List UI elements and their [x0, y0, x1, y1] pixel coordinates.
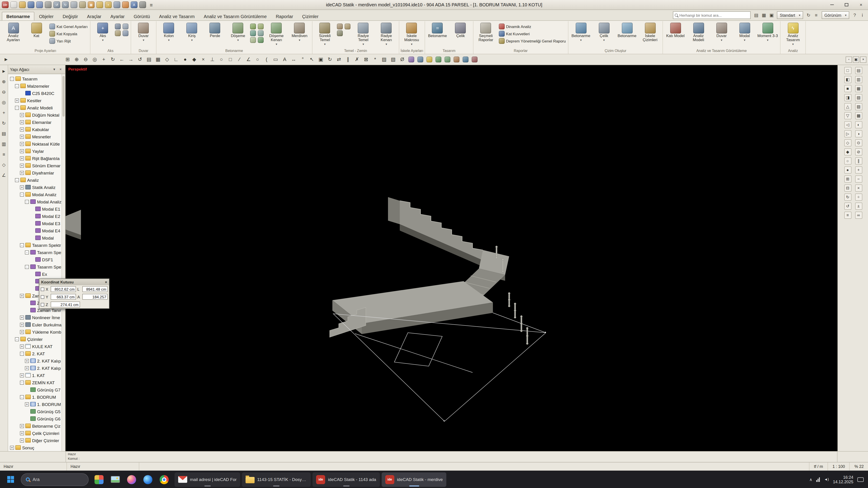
- tab-betonarme[interactable]: Betonarme: [2, 12, 35, 20]
- perpendicular-snap-button[interactable]: ⊥: [208, 55, 217, 64]
- tree-item-kesitler[interactable]: +Kesitler: [8, 97, 65, 104]
- tree-expander-icon[interactable]: +: [20, 127, 24, 131]
- tree-item-tasarım-spel[interactable]: -Tasarım Spel: [8, 249, 65, 256]
- toolbar-settings-icon[interactable]: ≡: [813, 13, 819, 18]
- render-mode-button[interactable]: [407, 55, 415, 64]
- katı-model-button[interactable]: Katı Model: [664, 22, 686, 39]
- close-icon[interactable]: ×: [105, 280, 107, 284]
- tree-item-analiz-modeli[interactable]: -Analiz Modeli: [8, 104, 65, 111]
- axis-draw-icon[interactable]: [115, 24, 121, 29]
- print-button[interactable]: [44, 1, 52, 9]
- tree-item-tasarım[interactable]: -Tasarım: [8, 75, 65, 82]
- döşeme-kenarı-button[interactable]: Döşeme Kenarı▾: [266, 22, 288, 47]
- walkthrough-button[interactable]: [443, 55, 452, 64]
- tab-çizimler[interactable]: Çizimler: [298, 12, 323, 20]
- volume-icon[interactable]: ◄): [824, 477, 829, 482]
- tree-expander-icon[interactable]: -: [25, 265, 29, 269]
- tree-item-elemanlar[interactable]: +Elemanlar: [8, 119, 65, 126]
- arc-button[interactable]: (: [262, 55, 271, 64]
- tree-item-nonlineer-i-tme[interactable]: +Nonlineer İtme: [8, 314, 65, 321]
- coordinate-system-button[interactable]: [470, 55, 479, 64]
- ortho-button[interactable]: ∟: [172, 55, 180, 64]
- offset-button[interactable]: ∥: [344, 55, 352, 64]
- target-point-button[interactable]: ⊙: [855, 139, 862, 147]
- betonarme-button[interactable]: Betonarme: [616, 22, 638, 39]
- tree-item-modal[interactable]: Modal: [8, 234, 65, 241]
- close-view-button[interactable]: ×: [855, 185, 862, 192]
- tree-expander-icon[interactable]: +: [20, 315, 24, 319]
- view-list-button[interactable]: ≡: [844, 212, 851, 219]
- picture-file-button[interactable]: [107, 472, 123, 487]
- pan-tool-button[interactable]: +: [1, 109, 7, 116]
- rotate-view-ccw-button[interactable]: ↺: [844, 202, 851, 210]
- tree-item-noktasal-kütle[interactable]: +Noktasal Kütle: [8, 140, 65, 148]
- tab-objeler[interactable]: Objeler: [35, 12, 58, 20]
- orbit-button[interactable]: ↻: [108, 55, 117, 64]
- rotate-button[interactable]: ↻: [326, 55, 334, 64]
- analiz-tasarım-button[interactable]: ϟAnaliz Tasarım▾: [782, 22, 804, 47]
- tree-expander-icon[interactable]: +: [20, 424, 24, 428]
- properties-panel-button[interactable]: ▥: [1, 140, 7, 147]
- radye-kenarı-button[interactable]: Radye Kenarı▾: [375, 22, 398, 47]
- tree-item-yükleme-komb[interactable]: +Yükleme Komb: [8, 328, 65, 335]
- tree-item-2-kat-kalıp[interactable]: +2. KAT Kalıp: [8, 357, 65, 364]
- tree-expander-icon[interactable]: +: [20, 149, 24, 153]
- zoom-window-button[interactable]: ⊞: [63, 55, 72, 64]
- add-view-button[interactable]: +: [855, 166, 862, 173]
- window-explorer-1143-statik[interactable]: 1143-15 STATİK - Dosya G: [242, 472, 311, 487]
- slab-divide-icon[interactable]: [258, 30, 264, 36]
- tree-expander-icon[interactable]: +: [20, 120, 24, 124]
- merdiven-button[interactable]: Merdiven▾: [288, 22, 311, 43]
- explode-button[interactable]: *: [371, 55, 379, 64]
- section-plane-button[interactable]: [452, 55, 461, 64]
- mdi-restore-button[interactable]: ▣: [853, 56, 859, 63]
- axis-settings-button[interactable]: +: [104, 1, 112, 9]
- layers-button[interactable]: ▤: [145, 55, 153, 64]
- tree-item-diyaframlar[interactable]: +Diyaframlar: [8, 169, 65, 176]
- texture-display-button[interactable]: ▨: [855, 103, 862, 110]
- notification-icon[interactable]: [857, 477, 864, 482]
- redraw-button[interactable]: ↺: [136, 55, 144, 64]
- tree-item-betonarme-çiz[interactable]: +Betonarme Çiz: [8, 422, 65, 429]
- tree-item-modal-e1[interactable]: Modal E1: [8, 205, 65, 213]
- tree-item-kabuklar[interactable]: +Kabuklar: [8, 126, 65, 133]
- sürekli-temel-button[interactable]: Sürekli Temel▾: [314, 22, 336, 47]
- tree-expander-icon[interactable]: +: [20, 344, 24, 348]
- shading-button[interactable]: [416, 55, 425, 64]
- top-view-button[interactable]: △: [844, 103, 851, 110]
- full-view-button[interactable]: ∞: [855, 212, 862, 219]
- tree-item-statik-analiz[interactable]: +Statik Analiz: [8, 184, 65, 191]
- status-scale[interactable]: 1 : 100: [828, 462, 849, 470]
- grid-button[interactable]: ▦: [154, 55, 162, 64]
- tree-item-1-bodrum[interactable]: +1. BODRUM: [8, 400, 65, 408]
- i-skele-makrosu-button[interactable]: İskele Makrosu▾: [401, 22, 423, 47]
- copilot-app-button[interactable]: [124, 472, 139, 487]
- polyline-button[interactable]: ∠: [244, 55, 253, 64]
- tab-ayarlar[interactable]: Ayarlar: [106, 12, 129, 20]
- tree-item-modal-analiz[interactable]: -Modal Analiz: [8, 198, 65, 205]
- parallel-projection-button[interactable]: ∥: [855, 157, 862, 165]
- tree-item-euler-burkulma[interactable]: +Euler Burkulma: [8, 321, 65, 328]
- zoom-window-view-button[interactable]: ⊞: [844, 175, 851, 183]
- zoom-previous-view-button[interactable]: ⊟: [844, 185, 851, 192]
- axonometric-view-button[interactable]: ●: [844, 166, 851, 173]
- remove-view-button[interactable]: −: [855, 175, 862, 183]
- text-button[interactable]: A: [280, 55, 289, 64]
- pile-icon[interactable]: [337, 24, 343, 29]
- idecad-logo-button[interactable]: ide: [1, 1, 9, 9]
- axis-label-icon[interactable]: [115, 30, 121, 36]
- status-zoom[interactable]: % 22: [849, 462, 868, 470]
- window-idecad-1143-ada[interactable]: ideideCAD Statik - 1143 ada: [313, 472, 380, 487]
- pan-button[interactable]: +: [99, 55, 108, 64]
- storey-settings-button[interactable]: [96, 1, 103, 9]
- tree-item-mesnetler[interactable]: +Mesnetler: [8, 133, 65, 140]
- perde-button[interactable]: Perde: [204, 22, 226, 39]
- tree-item-zemi-n-kat[interactable]: -ZEMİN KAT: [8, 379, 65, 386]
- tab-analiz-ve-tasarım-görüntüleme[interactable]: Analiz ve Tasarım Görüntüleme: [199, 12, 271, 20]
- orbit-tool-button[interactable]: ↻: [1, 120, 7, 126]
- display-order-button[interactable]: ▥: [855, 76, 862, 83]
- tree-expander-icon[interactable]: +: [20, 438, 24, 442]
- kat-genel-ayarları-button[interactable]: Kat Genel Ayarları: [49, 23, 89, 30]
- select-button[interactable]: ►: [2, 55, 10, 64]
- zoom-in-button[interactable]: ⊕: [72, 55, 81, 64]
